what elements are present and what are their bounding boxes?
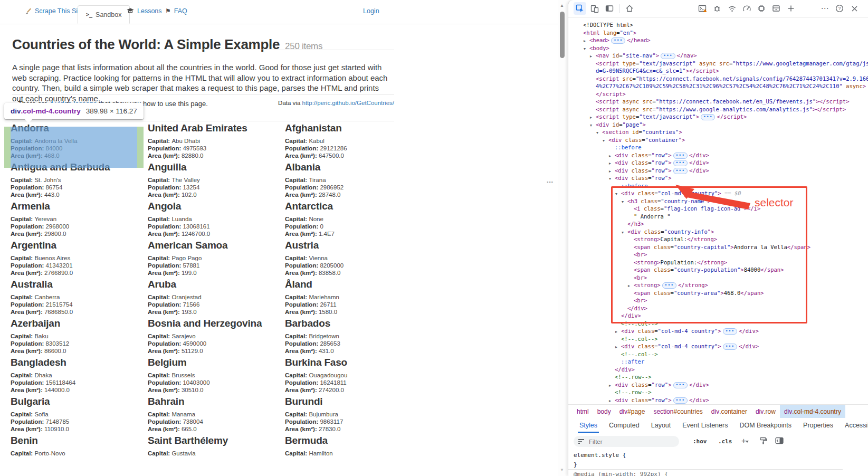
- dom-tree-node[interactable]: <html lang="en">: [568, 29, 868, 37]
- activity-bar-button[interactable]: [603, 2, 616, 15]
- dom-tree-node[interactable]: ▸<div class="row">•••</div>: [568, 396, 868, 404]
- element-style-rule[interactable]: element.style {: [574, 452, 626, 459]
- dom-tree-node[interactable]: <br>: [568, 274, 868, 282]
- expand-ellipsis-button[interactable]: •••: [662, 282, 676, 289]
- help-button[interactable]: ?: [833, 2, 846, 15]
- close-devtools-button[interactable]: [848, 2, 861, 15]
- dom-tree-node[interactable]: <!--.col-->: [568, 335, 868, 343]
- dom-tree-node[interactable]: <script async src="https://www.google-an…: [568, 106, 868, 113]
- performance-tool-button[interactable]: [740, 2, 753, 15]
- scrollbar-up-arrow[interactable]: ▲: [560, 3, 564, 8]
- dom-tree-node[interactable]: <span class="country-population">84000</…: [568, 266, 868, 274]
- dom-tree-node[interactable]: <strong>Capital:</strong>: [568, 235, 868, 243]
- memory-tool-button[interactable]: [755, 2, 768, 15]
- device-emulation-button[interactable]: [588, 2, 601, 15]
- sidebar-tab-styles[interactable]: Styles: [574, 418, 603, 433]
- scrollbar-down-arrow[interactable]: ▼: [560, 468, 564, 472]
- dom-tree-node[interactable]: ▸<div class="row">•••</div>: [568, 167, 868, 175]
- dom-tree-node[interactable]: ▸<div class="row">•••</div>: [568, 151, 868, 159]
- expand-ellipsis-button[interactable]: •••: [661, 53, 675, 59]
- dom-tree-node[interactable]: </div>: [568, 312, 868, 320]
- nav-brand-link[interactable]: Scrape This Site: [24, 7, 83, 15]
- expand-ellipsis-button[interactable]: •••: [673, 397, 688, 404]
- dom-tree-node[interactable]: <br>: [568, 297, 868, 304]
- tab-sandbox[interactable]: >_ Sandbox: [78, 5, 130, 24]
- home-button[interactable]: [623, 2, 636, 15]
- issues-bug-button[interactable]: [711, 2, 723, 15]
- dom-tree-node[interactable]: <!--.col-->: [568, 320, 868, 328]
- dom-tree-node[interactable]: ▸<nav id="site-nav">•••</nav>: [568, 52, 868, 60]
- sidebar-tab-properties[interactable]: Properties: [797, 418, 839, 433]
- expand-ellipsis-button[interactable]: •••: [673, 153, 688, 159]
- dom-tree-node[interactable]: <br>: [568, 251, 868, 259]
- expand-ellipsis-button[interactable]: •••: [611, 37, 625, 44]
- node-more-actions-dots[interactable]: ▪▪▪: [547, 179, 554, 185]
- breadcrumb-item[interactable]: html: [573, 405, 593, 418]
- dom-tree-node[interactable]: ▸<div class="col-md-4 country">•••</div>: [568, 327, 868, 335]
- styles-filter-input[interactable]: [588, 438, 669, 445]
- dom-tree-node[interactable]: 4%2C77%2C67%2C109%2C59%2C58%2C31%2C96%2C…: [568, 82, 868, 90]
- nav-lessons-link[interactable]: Lessons: [127, 7, 162, 15]
- media-query-rule[interactable]: @media (min-width: 992px) {: [574, 471, 668, 476]
- dom-tree-node[interactable]: <script type="text/javascript" async src…: [568, 60, 868, 68]
- nav-faq-link[interactable]: ⚑ FAQ: [165, 7, 187, 15]
- dom-tree-node[interactable]: <span class="country-area">468.0</span>: [568, 289, 868, 297]
- breadcrumb-item[interactable]: div.col-md-4.country: [780, 405, 845, 418]
- dom-tree-node[interactable]: d=G-09N5RQCFG4&cx=c&_slc=1"></script>: [568, 67, 868, 75]
- dom-tree-node[interactable]: <script async src="https://connect.faceb…: [568, 98, 868, 106]
- page-scrollbar[interactable]: ▲ ▼: [558, 0, 567, 476]
- dom-tree-node[interactable]: <strong>Population:</strong>: [568, 259, 868, 266]
- computed-styles-sidebar-toggle[interactable]: [775, 437, 784, 444]
- dom-tree-node[interactable]: ▾<div class="country-info">: [568, 228, 868, 236]
- scrollbar-thumb[interactable]: [560, 12, 565, 58]
- expand-ellipsis-button[interactable]: •••: [701, 114, 715, 120]
- dom-tree-node[interactable]: <!--.row-->: [568, 373, 868, 381]
- sidebar-tab-computed[interactable]: Computed: [603, 418, 645, 433]
- inspect-element-button[interactable]: [574, 2, 586, 15]
- breadcrumb-item[interactable]: div.container: [707, 405, 751, 418]
- dom-tree-node[interactable]: <span class="country-capital">Andorra la…: [568, 243, 868, 251]
- expand-ellipsis-button[interactable]: •••: [673, 382, 688, 388]
- dom-tree-node[interactable]: ▸<strong>•••</strong>: [568, 281, 868, 289]
- network-tool-button[interactable]: [726, 2, 738, 15]
- breadcrumb-item[interactable]: section#countries: [649, 405, 707, 418]
- sidebar-tab-layout[interactable]: Layout: [645, 418, 677, 433]
- paint-format-icon[interactable]: [759, 437, 767, 445]
- breadcrumb-item[interactable]: body: [593, 405, 615, 418]
- dom-tree-node[interactable]: ▾<div class="container">: [568, 136, 868, 144]
- sidebar-tab-event-listeners[interactable]: Event Listeners: [676, 418, 733, 433]
- dom-tree-node[interactable]: </div>: [568, 304, 868, 312]
- expand-ellipsis-button[interactable]: •••: [673, 160, 688, 166]
- dom-tree-node[interactable]: ▾<body>: [568, 44, 868, 52]
- dom-tree-node[interactable]: </h3>: [568, 220, 868, 228]
- dom-tree-node[interactable]: ▸<head>•••</head>: [568, 36, 868, 44]
- dom-tree-node[interactable]: <!--.col-->: [568, 350, 868, 358]
- new-style-rule-button[interactable]: +: [741, 436, 746, 445]
- hover-state-toggle[interactable]: :hov: [693, 438, 707, 445]
- dom-tree-node[interactable]: ▸<div class="row">•••</div>: [568, 381, 868, 389]
- dom-tree-node[interactable]: <script src="https://connect.facebook.ne…: [568, 75, 868, 83]
- sidebar-tab-accessibility[interactable]: Accessibility: [839, 418, 868, 433]
- application-tool-button[interactable]: [770, 2, 783, 15]
- dom-tree-node[interactable]: ::before: [568, 144, 868, 151]
- add-tool-button[interactable]: [785, 2, 797, 15]
- dom-tree-node[interactable]: ▾<div class="row">: [568, 174, 868, 182]
- dom-tree-node[interactable]: " Andorra ": [568, 213, 868, 221]
- dom-tree-node[interactable]: ▾<section id="countries">: [568, 128, 868, 136]
- styles-filter-input-wrap[interactable]: [574, 436, 679, 447]
- expand-arrow-icon[interactable]: ▸: [609, 397, 615, 405]
- sidebar-tab-dom-breakpoints[interactable]: DOM Breakpoints: [733, 418, 797, 433]
- dom-tree-node[interactable]: ▸<div class="col-md-4 country">•••</div>: [568, 342, 868, 350]
- dom-tree-node[interactable]: ▾<div id="page">: [568, 121, 868, 129]
- dom-tree-node[interactable]: ▸<div class="row">•••</div>: [568, 159, 868, 167]
- breadcrumb-item[interactable]: div#page: [615, 405, 650, 418]
- dom-tree-node[interactable]: ::after: [568, 358, 868, 366]
- breadcrumb-item[interactable]: div.row: [751, 405, 780, 418]
- dom-tree-node[interactable]: <!--.row-->: [568, 388, 868, 396]
- expand-ellipsis-button[interactable]: •••: [673, 168, 688, 174]
- dom-tree-node[interactable]: ▸<script type="text/javascript">•••</scr…: [568, 113, 868, 121]
- dom-tree-node[interactable]: <!DOCTYPE html>: [568, 21, 868, 29]
- dom-tree-node[interactable]: </script>: [568, 90, 868, 98]
- data-source-link[interactable]: http://peric.github.io/GetCountries/: [302, 100, 394, 106]
- expand-ellipsis-button[interactable]: •••: [723, 328, 737, 335]
